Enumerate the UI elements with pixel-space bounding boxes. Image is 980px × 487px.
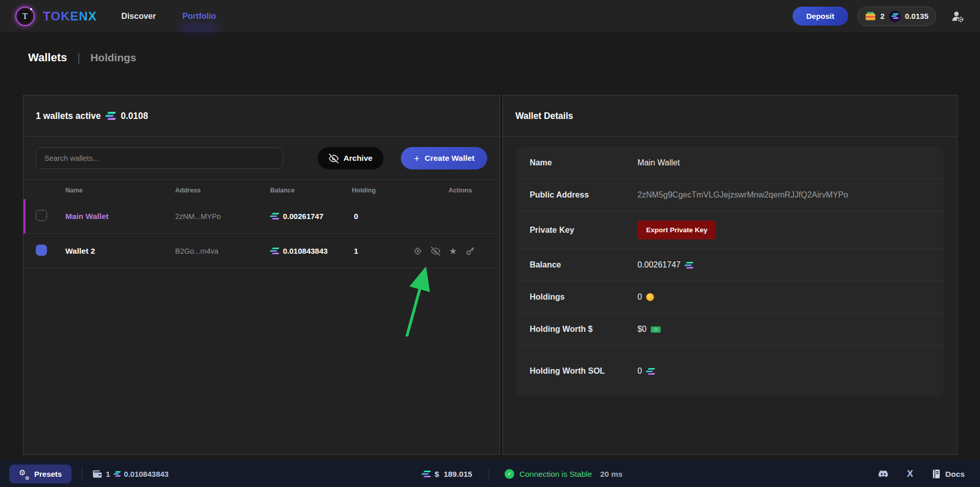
nav-wallet-count: 2 (880, 12, 885, 20)
detail-row-worth-usd: Holding Worth $ $0 (516, 313, 944, 346)
presets-label: Presets (34, 470, 62, 478)
nav-links: Discover Portfolio (122, 12, 216, 21)
discord-icon[interactable] (878, 469, 889, 479)
checkbox-cell (36, 210, 65, 223)
archive-button[interactable]: Archive (318, 147, 384, 169)
active-wallets-summary: 1 wallets active (36, 111, 101, 121)
archive-label: Archive (344, 154, 373, 163)
create-wallet-label: Create Wallet (425, 154, 475, 163)
statusbar-divider (82, 468, 82, 481)
statusbar-divider (489, 468, 489, 481)
holding-worth-usd-value: $0 (637, 325, 647, 334)
detail-row-worth-sol: Holding Worth SOL 0 (516, 346, 944, 397)
deposit-button[interactable]: Deposit (793, 7, 848, 26)
app-root: T TOKENX Discover Portfolio Deposit (0, 0, 980, 487)
holdings-label: Holdings (530, 290, 619, 304)
name-value: Main Wallet (637, 158, 680, 167)
docs-label: Docs (945, 470, 965, 479)
solana-icon (892, 13, 898, 19)
nav-portfolio[interactable]: Portfolio (182, 12, 216, 21)
presets-button[interactable]: ⚙⚙ Presets (9, 465, 71, 483)
status-bar: ⚙⚙ Presets 1 0.010843843 $ 189.015 ✓ Con… (0, 461, 980, 487)
price-symbol: $ (435, 470, 439, 479)
table-row-wallet-2[interactable]: Wallet 2 B2Go...m4va 0.010843843 1 (23, 234, 499, 269)
wallet-balance-cell: 0.00261747 (270, 212, 352, 221)
details-card: Name Main Wallet Public Address 2zNM5g9C… (516, 147, 944, 397)
col-address: Address (175, 187, 270, 194)
statusbar-right: X Docs (878, 469, 965, 479)
docs-link[interactable]: Docs (931, 469, 965, 479)
detail-row-name: Name Main Wallet (516, 147, 944, 179)
wallets-panel-header: 1 wallets active 0.0108 (23, 95, 499, 137)
sol-price-group: $ 189.015 (422, 461, 472, 487)
holdings-value: 0 (637, 293, 642, 302)
wallets-panel: 1 wallets active 0.0108 Archive (23, 95, 500, 455)
eye-off-icon (329, 154, 339, 163)
tab-holdings[interactable]: Holdings (90, 52, 136, 64)
detail-row-private-key: Private Key Export Private Key (516, 211, 944, 249)
nav-sol-balance: 0.0135 (905, 12, 928, 20)
connection-status-group: ✓ Connection is Stable 20 ms (505, 461, 623, 487)
details-panel-title: Wallet Details (503, 95, 957, 137)
holdings-value-wrap: 0 (637, 293, 654, 302)
active-wallets-sol: 0.0108 (121, 111, 148, 121)
wallet-emoji-icon (865, 12, 876, 20)
private-key-label: Private Key (530, 224, 619, 237)
sol-badge-icon (889, 11, 900, 22)
create-wallet-button[interactable]: + Create Wallet (401, 147, 487, 169)
active-wallet-chip: 1 0.010843843 (92, 470, 169, 478)
balance-value-wrap: 0.00261747 (637, 260, 693, 270)
row-actions: ★ (413, 247, 487, 256)
tabs-divider: | (77, 51, 80, 64)
wallet-name[interactable]: Wallet 2 (65, 247, 175, 256)
tokenx-logo[interactable]: T (15, 7, 35, 26)
detail-row-balance: Balance 0.00261747 (516, 249, 944, 281)
col-name: Name (65, 187, 175, 194)
checkbox-cell (36, 245, 65, 258)
holding-worth-sol-value: 0 (637, 367, 642, 376)
wallet-name[interactable]: Main Wallet (65, 212, 175, 221)
connection-check-icon: ✓ (505, 469, 514, 479)
x-twitter-icon[interactable]: X (907, 469, 913, 479)
main-panels: 1 wallets active 0.0108 Archive (23, 95, 958, 455)
wallet-balance-cell: 0.010843843 (270, 247, 352, 255)
wallet-balance: 0.010843843 (283, 247, 328, 255)
solana-icon (685, 262, 693, 269)
col-actions: Actions (413, 187, 487, 194)
detail-row-public-address: Public Address 2zNM5g9CgecTmVLGJejzswrMn… (516, 179, 944, 211)
statusbar-wallet-balance: 0.010843843 (124, 470, 169, 478)
cash-icon (651, 326, 661, 333)
page-tabs: Wallets | Holdings (28, 51, 136, 64)
wallet-checkbox[interactable] (36, 210, 47, 221)
top-navbar: T TOKENX Discover Portfolio Deposit (0, 0, 980, 33)
favorite-star-icon[interactable]: ★ (449, 247, 457, 256)
wallet-balance-pill[interactable]: 2 0.0135 (857, 7, 936, 26)
wallet-details-panel: Wallet Details Name Main Wallet Public A… (503, 95, 958, 455)
wallet-flat-icon (92, 470, 102, 478)
solana-icon (270, 213, 278, 220)
holding-worth-sol-wrap: 0 (637, 367, 654, 376)
nav-left: T TOKENX Discover Portfolio (15, 7, 216, 26)
statusbar-wallet-count: 1 (106, 470, 110, 478)
tab-wallets[interactable]: Wallets (28, 51, 67, 64)
wallet-address: B2Go...m4va (175, 247, 270, 255)
brand-name: TOKENX (43, 9, 97, 23)
nav-discover[interactable]: Discover (122, 12, 156, 21)
hide-wallet-eye-off-icon[interactable] (431, 247, 440, 256)
wallet-checkbox[interactable] (36, 245, 47, 256)
account-settings-icon[interactable] (950, 10, 965, 23)
gears-icon: ⚙⚙ (19, 469, 29, 479)
book-icon (931, 469, 941, 479)
table-row-main-wallet[interactable]: Main Wallet 2zNM...MYPo 0.00261747 0 (23, 199, 499, 234)
search-wallets-input[interactable] (36, 148, 283, 169)
public-address-value: 2zNM5g9CgecTmVLGJejzswrMnw2qemRJJfQ2Airv… (637, 190, 848, 200)
col-balance: Balance (270, 187, 352, 194)
transfer-icon[interactable] (413, 247, 422, 256)
solana-icon (114, 471, 121, 477)
public-address-label: Public Address (530, 188, 619, 202)
export-private-key-button[interactable]: Export Private Key (637, 221, 716, 239)
plus-icon: + (414, 154, 419, 163)
wallet-address: 2zNM...MYPo (175, 212, 270, 221)
name-label: Name (530, 156, 619, 169)
private-key-icon[interactable] (466, 247, 475, 256)
